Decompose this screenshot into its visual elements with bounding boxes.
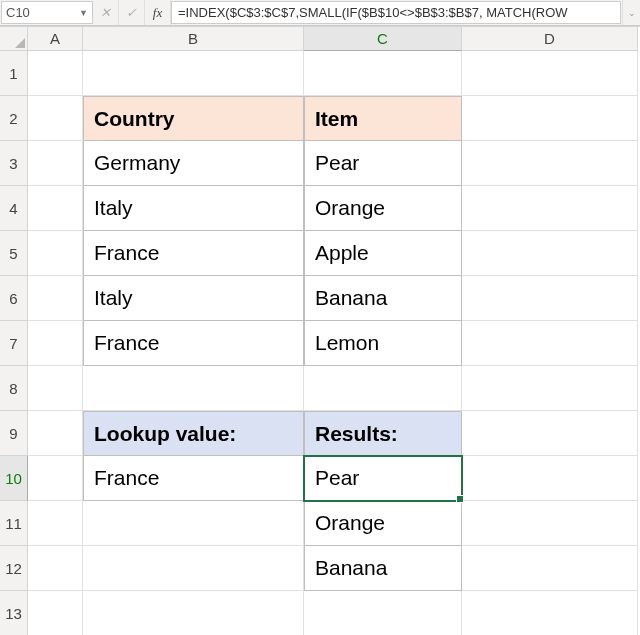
cell-D13[interactable] xyxy=(462,591,638,635)
select-all-corner[interactable] xyxy=(0,27,28,51)
cell-D8[interactable] xyxy=(462,366,638,411)
expand-formula-icon[interactable]: ⌄ xyxy=(622,0,640,25)
cell-A5[interactable] xyxy=(28,231,83,276)
enter-icon: ✓ xyxy=(119,0,145,25)
name-box-value: C10 xyxy=(6,5,30,20)
row-header-2[interactable]: 2 xyxy=(0,96,28,141)
cell-B4[interactable]: Italy xyxy=(83,186,304,231)
row-header-11[interactable]: 11 xyxy=(0,501,28,546)
cell-D1[interactable] xyxy=(462,51,638,96)
cell-A10[interactable] xyxy=(28,456,83,501)
cell-B5[interactable]: France xyxy=(83,231,304,276)
cell-D6[interactable] xyxy=(462,276,638,321)
cell-B12[interactable] xyxy=(83,546,304,591)
cell-D12[interactable] xyxy=(462,546,638,591)
col-header-B[interactable]: B xyxy=(83,27,304,51)
formula-input[interactable]: =INDEX($C$3:$C$7,SMALL(IF($B$10<>$B$3:$B… xyxy=(171,1,621,24)
cell-D11[interactable] xyxy=(462,501,638,546)
cell-B11[interactable] xyxy=(83,501,304,546)
cell-C1[interactable] xyxy=(304,51,462,96)
cell-C5[interactable]: Apple xyxy=(304,231,462,276)
cell-A3[interactable] xyxy=(28,141,83,186)
row-header-7[interactable]: 7 xyxy=(0,321,28,366)
formula-bar: C10 ▼ ✕ ✓ fx =INDEX($C$3:$C$7,SMALL(IF($… xyxy=(0,0,640,26)
cell-D5[interactable] xyxy=(462,231,638,276)
cell-A11[interactable] xyxy=(28,501,83,546)
cell-A1[interactable] xyxy=(28,51,83,96)
cell-C11[interactable]: Orange xyxy=(304,501,462,546)
cell-A13[interactable] xyxy=(28,591,83,635)
name-box[interactable]: C10 ▼ xyxy=(1,1,93,24)
row-header-9[interactable]: 9 xyxy=(0,411,28,456)
cell-A2[interactable] xyxy=(28,96,83,141)
chevron-down-icon[interactable]: ▼ xyxy=(79,8,88,18)
fx-icon[interactable]: fx xyxy=(145,0,171,25)
cell-C7[interactable]: Lemon xyxy=(304,321,462,366)
row-header-3[interactable]: 3 xyxy=(0,141,28,186)
cell-D10[interactable] xyxy=(462,456,638,501)
row-header-13[interactable]: 13 xyxy=(0,591,28,635)
cell-D7[interactable] xyxy=(462,321,638,366)
cell-D3[interactable] xyxy=(462,141,638,186)
cell-B9[interactable]: Lookup value: xyxy=(83,411,304,456)
cell-A7[interactable] xyxy=(28,321,83,366)
cell-A6[interactable] xyxy=(28,276,83,321)
cell-C10[interactable]: Pear xyxy=(304,456,462,501)
row-header-5[interactable]: 5 xyxy=(0,231,28,276)
cell-A4[interactable] xyxy=(28,186,83,231)
cell-C8[interactable] xyxy=(304,366,462,411)
cell-B7[interactable]: France xyxy=(83,321,304,366)
col-header-A[interactable]: A xyxy=(28,27,83,51)
cell-B8[interactable] xyxy=(83,366,304,411)
cell-C6[interactable]: Banana xyxy=(304,276,462,321)
row-header-4[interactable]: 4 xyxy=(0,186,28,231)
cell-A9[interactable] xyxy=(28,411,83,456)
cell-B3[interactable]: Germany xyxy=(83,141,304,186)
cell-A8[interactable] xyxy=(28,366,83,411)
row-header-8[interactable]: 8 xyxy=(0,366,28,411)
cell-B6[interactable]: Italy xyxy=(83,276,304,321)
spreadsheet-grid[interactable]: A B C D 1 2 Country Item 3 Germany Pear … xyxy=(0,26,640,635)
cell-C4[interactable]: Orange xyxy=(304,186,462,231)
cell-C2[interactable]: Item xyxy=(304,96,462,141)
row-header-6[interactable]: 6 xyxy=(0,276,28,321)
col-header-C[interactable]: C xyxy=(304,27,462,51)
cell-C3[interactable]: Pear xyxy=(304,141,462,186)
cell-B1[interactable] xyxy=(83,51,304,96)
cell-B10[interactable]: France xyxy=(83,456,304,501)
cell-C12[interactable]: Banana xyxy=(304,546,462,591)
cell-D2[interactable] xyxy=(462,96,638,141)
col-header-D[interactable]: D xyxy=(462,27,638,51)
cancel-icon: ✕ xyxy=(93,0,119,25)
cell-B2[interactable]: Country xyxy=(83,96,304,141)
cell-C13[interactable] xyxy=(304,591,462,635)
cell-D9[interactable] xyxy=(462,411,638,456)
cell-D4[interactable] xyxy=(462,186,638,231)
row-header-10[interactable]: 10 xyxy=(0,456,28,501)
row-header-1[interactable]: 1 xyxy=(0,51,28,96)
row-header-12[interactable]: 12 xyxy=(0,546,28,591)
cell-A12[interactable] xyxy=(28,546,83,591)
cell-B13[interactable] xyxy=(83,591,304,635)
cell-C9[interactable]: Results: xyxy=(304,411,462,456)
formula-text: =INDEX($C$3:$C$7,SMALL(IF($B$10<>$B$3:$B… xyxy=(178,5,568,20)
